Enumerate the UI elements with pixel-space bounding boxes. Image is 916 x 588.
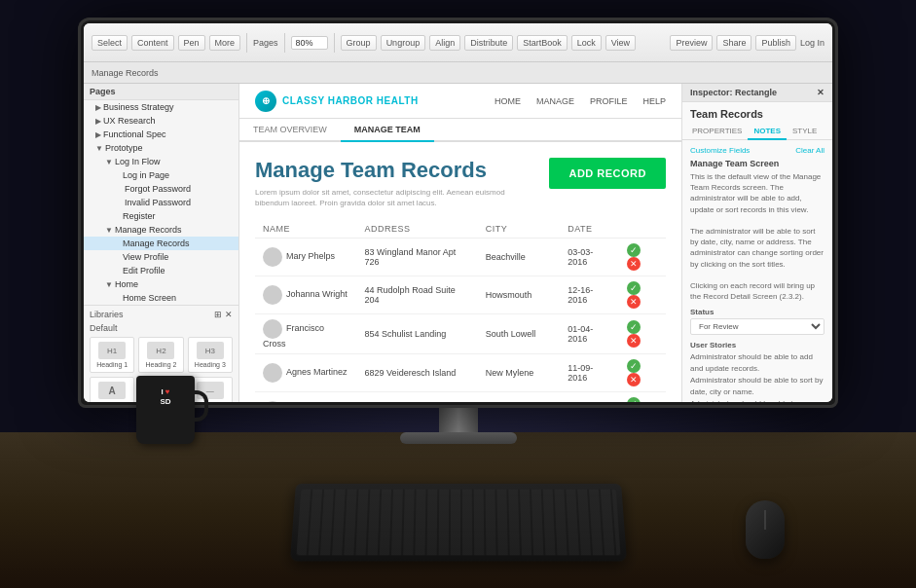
col-address[interactable]: ADDRESS <box>357 220 478 239</box>
sidebar-item-label: Home <box>115 279 138 289</box>
app-logo: ⊕ CLASSY HARBOR HEALTH <box>255 91 419 112</box>
sidebar-item-login-page[interactable]: Log in Page <box>84 168 238 182</box>
edit-action-button[interactable]: ✓ <box>627 320 641 334</box>
distribute-button[interactable]: Distribute <box>464 35 513 51</box>
lib-item-label: Label <box>104 401 121 402</box>
cell-city: Howsmouth <box>478 276 561 314</box>
sidebar-item-register[interactable]: Register <box>84 209 238 223</box>
record-avatar <box>263 247 282 267</box>
sidebar-item-label: Log in Page <box>123 170 169 180</box>
delete-action-button[interactable]: ✕ <box>627 334 641 348</box>
cell-city: Beachville <box>478 239 561 276</box>
app-navbar: ⊕ CLASSY HARBOR HEALTH HOME MANAGE PROFI… <box>239 84 681 119</box>
nav-manage[interactable]: MANAGE <box>536 92 574 110</box>
h3-icon: H3 <box>197 342 224 359</box>
sidebar-item-manage-records[interactable]: ▼ Manage Records <box>84 223 238 237</box>
edit-action-button[interactable]: ✓ <box>627 281 641 295</box>
separator-2 <box>284 33 285 53</box>
preview-button[interactable]: Preview <box>670 35 713 51</box>
sidebar-item-edit-profile[interactable]: Edit Profile <box>84 264 238 277</box>
delete-action-button[interactable]: ✕ <box>627 373 641 386</box>
page-tabs: TEAM OVERVIEW MANAGE TEAM <box>239 119 681 142</box>
cell-name: Francisco Cross <box>255 314 357 354</box>
table-row[interactable]: Mary Phelps 83 Wingland Manor Apt 726 Be… <box>255 239 666 276</box>
sidebar-item-label: Business Strategy <box>103 102 174 112</box>
startbook-button[interactable]: StartBook <box>517 35 568 51</box>
status-select[interactable]: For Review <box>690 318 824 335</box>
cell-name: Agnes Martinez <box>255 354 357 392</box>
collapse-icon: ▼ <box>105 280 113 289</box>
panel-tab-properties[interactable]: PROPERTIES <box>686 124 748 140</box>
panel-customize: Customize Fields Clear All <box>690 146 824 155</box>
page-header: Manage Team Records Lorem ipsum dolor si… <box>255 158 666 208</box>
sidebar-item-functional-spec[interactable]: ▶ Functional Spec <box>84 128 238 141</box>
add-record-button[interactable]: ADD RECORD <box>549 158 666 189</box>
sidebar-item-ux-research[interactable]: ▶ UX Research <box>84 114 238 128</box>
customize-fields-link[interactable]: Customize Fields <box>690 146 750 155</box>
select-button[interactable]: Select <box>92 35 128 51</box>
edit-action-button[interactable]: ✓ <box>627 359 641 373</box>
nav-home[interactable]: HOME <box>495 92 521 110</box>
panel-tab-style[interactable]: STYLE <box>787 124 823 140</box>
sidebar-item-invalid-password[interactable]: Invalid Password <box>84 196 238 209</box>
more-button[interactable]: More <box>209 35 241 51</box>
login-text[interactable]: Log In <box>800 38 824 48</box>
nav-profile[interactable]: PROFILE <box>590 92 628 110</box>
cell-city: South Lowell <box>478 314 561 354</box>
sidebar-item-login-flow[interactable]: ▼ Log In Flow <box>84 155 238 168</box>
table-row[interactable]: Daniel Mandel 4444 Market Street Montcla… <box>255 392 666 402</box>
table-row[interactable]: Agnes Martinez 6829 Veideresch Island Ne… <box>255 354 666 392</box>
zoom-input[interactable] <box>291 36 328 50</box>
app-nav-links: HOME MANAGE PROFILE HELP <box>438 92 666 110</box>
col-name[interactable]: NAME <box>255 220 357 239</box>
lib-item-h2[interactable]: H2 Heading 2 <box>138 337 183 373</box>
pen-button[interactable]: Pen <box>178 35 205 51</box>
separator-1 <box>246 33 247 53</box>
group-button[interactable]: Group <box>341 35 377 51</box>
tab-manage-team[interactable]: MANAGE TEAM <box>341 119 434 142</box>
cell-date: 03-03-2016 <box>560 239 619 276</box>
panel-tab-notes[interactable]: NOTES <box>748 124 787 140</box>
sidebar-item-label: Prototype <box>105 143 143 153</box>
sidebar-item-home[interactable]: ▼ Home <box>84 277 238 291</box>
sidebar-item-manage-records-sub[interactable]: Manage Records <box>84 237 238 250</box>
lib-item-h3[interactable]: H3 Heading 3 <box>188 337 233 373</box>
cell-actions: ✓ ✕ <box>619 314 666 354</box>
sidebar-item-label: Register <box>123 211 156 221</box>
libraries-header: Libraries ⊞ ✕ <box>90 310 233 319</box>
sidebar-item-prototype[interactable]: ▼ Prototype <box>84 141 238 155</box>
table-row[interactable]: Francisco Cross 854 Schulist Landing Sou… <box>255 314 666 354</box>
cell-date: 10-20-2016 <box>560 392 619 402</box>
label-icon: A <box>98 382 126 399</box>
col-date[interactable]: DATE <box>560 220 619 239</box>
h1-icon: H1 <box>98 342 126 359</box>
ungroup-button[interactable]: Ungroup <box>381 35 426 51</box>
delete-action-button[interactable]: ✕ <box>627 257 641 271</box>
lib-item-h1[interactable]: H1 Heading 1 <box>90 337 134 373</box>
sidebar-item-business-strategy[interactable]: ▶ Business Strategy <box>84 100 238 114</box>
col-city[interactable]: CITY <box>478 220 561 239</box>
edit-action-button[interactable]: ✓ <box>627 397 641 402</box>
sidebar-item-home-screen[interactable]: Home Screen <box>84 291 238 305</box>
lib-item-label: Heading 3 <box>195 361 226 368</box>
delete-action-button[interactable]: ✕ <box>627 295 641 309</box>
align-button[interactable]: Align <box>429 35 460 51</box>
nav-help[interactable]: HELP <box>642 92 666 110</box>
publish-button[interactable]: Publish <box>755 35 796 51</box>
libraries-icons: ⊞ ✕ <box>214 310 233 319</box>
record-avatar <box>263 285 282 305</box>
share-button[interactable]: Share <box>716 35 751 51</box>
table-row[interactable]: Johanna Wright 44 Rudolph Road Suite 204… <box>255 276 666 314</box>
lock-button[interactable]: Lock <box>571 35 602 51</box>
clear-all-link[interactable]: Clear All <box>795 146 824 155</box>
tab-team-overview[interactable]: TEAM OVERVIEW <box>239 119 341 142</box>
sidebar-item-view-profile[interactable]: View Profile <box>84 250 238 264</box>
lib-item-label[interactable]: A Label <box>90 377 134 402</box>
edit-action-button[interactable]: ✓ <box>627 243 641 257</box>
panel-close-icon[interactable]: ✕ <box>817 88 824 97</box>
sidebar: Pages ▶ Business Strategy ▶ UX Research … <box>84 84 239 402</box>
sidebar-item-forgot-password[interactable]: Forgot Password <box>84 182 238 196</box>
sidebar-item-label: Manage Records <box>123 239 190 248</box>
view-button[interactable]: View <box>605 35 636 51</box>
content-button[interactable]: Content <box>131 35 174 51</box>
